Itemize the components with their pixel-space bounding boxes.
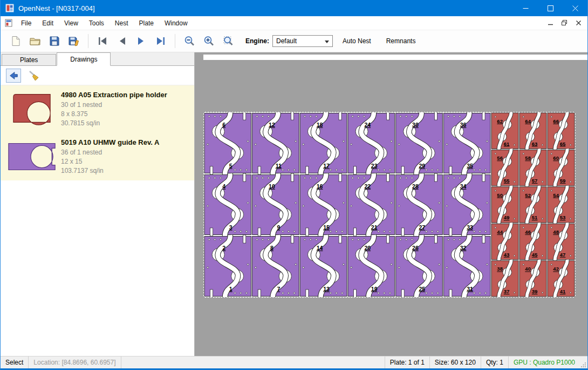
menu-tools[interactable]: Tools	[84, 17, 110, 29]
arrow-left-icon	[8, 70, 19, 81]
nest-canvas[interactable]: 6512111817242330293635431091615222128273…	[195, 52, 587, 356]
nest-cell[interactable]: 3837	[491, 260, 518, 297]
part-number: 17	[323, 163, 330, 169]
nest-cell[interactable]: 6059	[548, 149, 575, 186]
nest-cell[interactable]: 1817	[300, 112, 347, 174]
open-folder-icon[interactable]	[25, 32, 45, 50]
nest-cell[interactable]: 2221	[348, 173, 395, 236]
nest-cell[interactable]: 3029	[396, 112, 443, 174]
last-plate-icon[interactable]	[151, 32, 170, 50]
remnants-button[interactable]: Remnants	[381, 34, 421, 48]
nest-cell[interactable]: 4847	[548, 223, 575, 260]
nest-cell[interactable]: 4241	[548, 260, 575, 297]
part-number: 20	[364, 245, 371, 251]
engine-selected-value: Default	[276, 37, 297, 45]
nest-cell[interactable]: 6463	[519, 112, 546, 150]
mdi-restore-icon[interactable]	[558, 17, 570, 28]
maximize-icon[interactable]	[538, 0, 563, 16]
plate[interactable]: 6512111817242330293635431091615222128273…	[203, 112, 576, 298]
nest-cell[interactable]: 4039	[519, 260, 546, 297]
part-number: 37	[504, 288, 510, 294]
menu-view[interactable]: View	[59, 17, 84, 29]
part-number: 34	[460, 183, 467, 190]
part-number: 18	[317, 122, 323, 128]
nest-cell[interactable]: 87	[252, 235, 299, 297]
drawing-nested-count: 30 of 1 nested	[61, 100, 190, 110]
menu-edit[interactable]: Edit	[37, 17, 59, 29]
nest-cell[interactable]: 2827	[396, 173, 443, 236]
nest-cell[interactable]: 5049	[491, 186, 518, 224]
menu-nest[interactable]: Nest	[110, 17, 134, 29]
list-item-drawing-4980[interactable]: 4980 A05 Extraction pipe holder 30 of 1 …	[1, 85, 194, 133]
menu-window[interactable]: Window	[159, 17, 193, 29]
part-number: 21	[371, 224, 378, 231]
nest-cell[interactable]: 4443	[491, 223, 518, 260]
clear-nest-button[interactable]	[26, 69, 42, 83]
part-number: 62	[497, 118, 503, 124]
document-icon[interactable]	[5, 19, 12, 27]
app-window: OpenNest - [N0317-004] File Edit View To…	[0, 0, 588, 370]
nest-cell[interactable]: 5251	[519, 186, 546, 224]
part-number: 57	[532, 178, 538, 184]
nest-cell[interactable]: 4645	[519, 223, 546, 260]
minimize-icon[interactable]	[513, 0, 538, 16]
part-number: 22	[364, 183, 371, 190]
engine-select[interactable]: Default	[272, 35, 333, 47]
nest-cell[interactable]: 3433	[443, 173, 490, 236]
nest-cell[interactable]: 2423	[348, 112, 395, 174]
nest-cell[interactable]: 3635	[443, 112, 490, 174]
save-icon[interactable]	[45, 32, 64, 50]
part-number: 23	[371, 163, 378, 169]
zoom-out-icon[interactable]	[180, 32, 199, 50]
zoom-in-icon[interactable]	[199, 32, 218, 50]
nested-parts-drawing[interactable]: 6512111817242330293635431091615222128273…	[204, 112, 575, 297]
nest-cell[interactable]: 5655	[491, 149, 518, 186]
nest-cell[interactable]: 1413	[300, 235, 347, 297]
nest-cell[interactable]: 2019	[348, 235, 395, 297]
nest-cell[interactable]: 43	[204, 173, 251, 236]
zoom-fit-icon[interactable]	[218, 32, 238, 50]
part-number: 15	[323, 224, 330, 231]
drawing-meta: 5019 A10 UHMW guide Rev. A 36 of 1 neste…	[58, 136, 190, 177]
auto-nest-button[interactable]: Auto Nest	[337, 34, 377, 48]
nest-cell[interactable]: 6261	[491, 112, 518, 150]
tab-drawings[interactable]: Drawings	[57, 52, 111, 66]
part-number: 47	[560, 252, 566, 258]
content-area: Plates Drawings	[1, 52, 587, 356]
nest-cell[interactable]: 1615	[300, 173, 347, 236]
menu-file[interactable]: File	[16, 17, 37, 29]
nest-cell[interactable]: 5857	[519, 149, 546, 186]
titlebar[interactable]: OpenNest - [N0317-004]	[1, 0, 587, 16]
mdi-minimize-icon[interactable]	[544, 17, 556, 28]
save-as-icon[interactable]	[64, 32, 84, 50]
part-number: 32	[460, 245, 467, 251]
close-icon[interactable]	[563, 0, 587, 16]
nest-cell[interactable]: 65	[204, 112, 251, 174]
part-number: 61	[504, 141, 510, 147]
tab-plates[interactable]: Plates	[2, 54, 56, 65]
part-number: 39	[532, 288, 538, 294]
nest-cell[interactable]: 1211	[252, 112, 299, 174]
nest-cell[interactable]: 6665	[548, 112, 575, 150]
next-plate-icon[interactable]	[132, 32, 151, 50]
resize-grip[interactable]	[580, 356, 587, 368]
nest-cell[interactable]: 2625	[396, 235, 443, 297]
nest-cell[interactable]: 3231	[443, 235, 490, 297]
app-icon	[5, 4, 14, 12]
part-number: 52	[525, 192, 531, 198]
nest-cell[interactable]: 5453	[548, 186, 575, 224]
new-file-icon[interactable]	[6, 32, 25, 50]
menu-plate[interactable]: Plate	[134, 17, 159, 29]
nest-cell[interactable]: 21	[204, 235, 251, 297]
part-number: 12	[269, 122, 275, 128]
part-number: 10	[269, 183, 275, 190]
mdi-close-icon[interactable]	[572, 17, 584, 28]
list-item-drawing-5019[interactable]: 5019 A10 UHMW guide Rev. A 36 of 1 neste…	[1, 133, 194, 180]
first-plate-icon[interactable]	[93, 32, 112, 50]
nest-cell[interactable]: 109	[252, 173, 299, 236]
part-number: 28	[412, 183, 419, 190]
previous-plate-icon[interactable]	[112, 32, 132, 50]
send-to-plate-button[interactable]	[6, 69, 21, 83]
part-number: 25	[419, 286, 425, 292]
part-number: 35	[467, 163, 473, 169]
